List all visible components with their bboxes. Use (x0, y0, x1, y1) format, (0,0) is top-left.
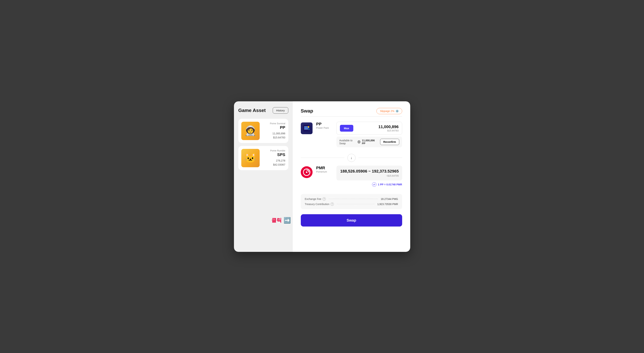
asset-game-label: Pome Survival (262, 122, 285, 125)
swap-button-wrapper: 클릭 ➡️ Swap (301, 214, 402, 227)
history-button[interactable]: History (273, 107, 288, 114)
header-divider (301, 116, 402, 117)
from-token-input-area: Max 11,000,896 $15.64783 Available to Sw… (336, 122, 402, 147)
info-icon: i (358, 140, 360, 144)
left-panel: Game Asset History 🧑‍🚀 Pome Survival PP … (234, 101, 293, 252)
right-panel: Swap Slippage 2% ⚙️ PP Power (293, 101, 410, 252)
pmr-output-box: 188,526.05906 ~ 192,373.52965 ~$15.64705 (336, 166, 402, 180)
down-arrow-circle: ↓ (348, 154, 356, 162)
arrow-divider: ↓ (301, 154, 402, 162)
divider-line-left (301, 158, 344, 158)
pp-token-icon (301, 122, 312, 134)
click-korean-text: 클릭 (272, 217, 282, 224)
fee-dots-2 (337, 204, 374, 204)
rate-row: ⇄ 1 PP = 0.01748 PMR (336, 182, 402, 187)
slippage-label: Slippage 2% (380, 110, 394, 112)
available-amount: 11,000,896 PP (362, 139, 377, 145)
asset-image-pp: 🧑‍🚀 (241, 122, 260, 140)
treasury-help-icon: ? (330, 202, 334, 206)
main-container: Game Asset History 🧑‍🚀 Pome Survival PP … (234, 101, 410, 252)
svg-point-4 (308, 126, 309, 128)
swap-rate-icon: ⇄ (372, 182, 376, 187)
treasury-label: Treasury Contribution ? (305, 202, 334, 206)
input-sub-value: $15.64783 (356, 129, 399, 132)
asset-card-pp[interactable]: 🧑‍🚀 Pome Survival PP 11,000,896 $15.6478… (238, 119, 288, 143)
left-header: Game Asset History (238, 107, 288, 114)
asset-symbol-sps: SPS (262, 152, 285, 157)
input-main-value: 11,000,896 (356, 124, 399, 129)
exchange-fee-row: Exchange Fee ? 18.27344 PMG (305, 197, 398, 201)
asset-amount-sps: 276,278 $42.03067 (262, 159, 285, 167)
exchange-fee-value: 18.27344 PMG (381, 198, 398, 200)
pmr-usd: ~$15.64705 (340, 174, 399, 177)
svg-point-7 (306, 171, 308, 173)
pmr-token-icon (301, 166, 312, 178)
pp-input-box: Max 11,000,896 $15.64783 (336, 122, 402, 135)
asset-amount-pp: 11,000,896 $15.64783 (262, 131, 285, 140)
swap-header: Swap Slippage 2% ⚙️ (301, 108, 402, 114)
fee-box: Exchange Fee ? 18.27344 PMG Treasury Con… (301, 194, 402, 209)
to-token-row: PMR Pomerium 188,526.05906 ~ 192,373.529… (301, 166, 402, 191)
from-token-symbol: PP (316, 122, 333, 126)
reconfirm-button[interactable]: Reconfirm (380, 139, 399, 145)
slippage-button[interactable]: Slippage 2% ⚙️ (376, 108, 402, 114)
to-token-label: PMR Pomerium (316, 166, 333, 173)
fee-dots-1 (329, 199, 378, 199)
click-arrow-icon: ➡️ (284, 217, 291, 224)
divider-line-right (358, 158, 402, 158)
to-token-name: Pomerium (316, 170, 333, 173)
astronaut-icon: 🧑‍🚀 (244, 125, 256, 136)
asset-game-label-sps: Pome Rumble (262, 149, 285, 152)
to-token-input-area: 188,526.05906 ~ 192,373.52965 ~$15.64705… (336, 166, 402, 191)
rate-text: 1 PP = 0.01748 PMR (378, 183, 402, 186)
to-token-symbol: PMR (316, 166, 333, 170)
exchange-fee-label: Exchange Fee ? (305, 197, 326, 201)
svg-rect-3 (304, 129, 308, 129)
asset-info-pp: Pome Survival PP 11,000,896 $15.64783 (262, 122, 285, 140)
gear-icon: ⚙️ (396, 110, 399, 112)
from-token-row: PP Power Pack Max 11,000,896 $15.64783 A… (301, 122, 402, 147)
input-values: 11,000,896 $15.64783 (356, 124, 399, 132)
swap-title: Swap (301, 108, 313, 114)
pmr-range: 188,526.05906 ~ 192,373.52965 (340, 169, 399, 174)
game-asset-title: Game Asset (238, 108, 266, 113)
swap-button[interactable]: Swap (301, 214, 402, 227)
available-label: Available to Swap i (339, 139, 360, 145)
max-button[interactable]: Max (340, 125, 353, 132)
treasury-fee-value: 1,923.73530 PMR (377, 203, 398, 206)
asset-info-sps: Pome Rumble SPS 276,278 $42.03067 (262, 149, 285, 167)
svg-rect-1 (304, 126, 308, 127)
available-row: Available to Swap i 11,000,896 PP Reconf… (336, 137, 402, 147)
click-annotation: 클릭 ➡️ (272, 217, 291, 224)
treasury-fee-row: Treasury Contribution ? 1,923.73530 PMR (305, 202, 398, 206)
exchange-fee-help-icon: ? (322, 197, 326, 201)
svg-rect-2 (304, 128, 309, 128)
from-token-label: PP Power Pack (316, 122, 333, 129)
asset-image-sps: 🐱 (241, 149, 260, 167)
asset-symbol-pp: PP (262, 125, 285, 130)
from-token-name: Power Pack (316, 126, 333, 129)
asset-card-sps[interactable]: 🐱 Pome Rumble SPS 276,278 $42.03067 (238, 146, 288, 170)
cat-icon: 🐱 (244, 152, 256, 164)
